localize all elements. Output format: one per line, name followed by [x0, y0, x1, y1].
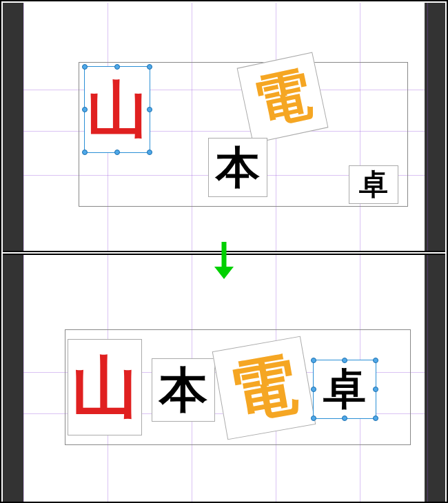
selection-handle[interactable]	[82, 150, 88, 155]
selection-handle[interactable]	[373, 358, 378, 363]
selection-handle[interactable]	[82, 64, 88, 70]
guide-vertical	[427, 3, 428, 251]
selection-handle[interactable]	[311, 387, 316, 392]
before-panel: 山電本卓	[3, 3, 445, 251]
guide-vertical	[23, 255, 24, 503]
guide-vertical	[427, 255, 428, 503]
text-object-hon[interactable]: 本	[152, 358, 215, 422]
selection-handle[interactable]	[342, 358, 347, 363]
selection-handle[interactable]	[373, 415, 378, 421]
glyph-yama: 山	[72, 354, 138, 420]
selection-handle[interactable]	[311, 415, 316, 421]
glyph-hon: 本	[159, 366, 207, 414]
after-panel: 山本電卓	[3, 255, 445, 503]
selection-handle[interactable]	[373, 387, 378, 392]
ruler-left	[3, 255, 23, 503]
glyph-den: 電	[249, 64, 316, 131]
glyph-hon: 本	[216, 145, 260, 189]
selection-handle[interactable]	[82, 107, 88, 112]
text-object-taku[interactable]: 卓	[349, 165, 398, 204]
glyph-yama: 山	[87, 79, 147, 140]
text-object-yama[interactable]: 山	[68, 339, 142, 435]
canvas-after[interactable]: 山本電卓	[23, 255, 425, 503]
text-object-den[interactable]: 電	[212, 336, 316, 440]
text-object-den[interactable]: 電	[237, 52, 329, 144]
ruler-left	[3, 3, 23, 251]
canvas-before[interactable]: 山電本卓	[23, 3, 425, 251]
glyph-taku: 卓	[323, 368, 366, 411]
selection-handle[interactable]	[147, 107, 152, 112]
selection-handle[interactable]	[114, 150, 120, 155]
selection-handle[interactable]	[147, 150, 152, 155]
text-object-yama[interactable]: 山	[84, 66, 150, 153]
guide-vertical	[23, 3, 24, 251]
text-object-taku[interactable]: 卓	[313, 360, 376, 419]
glyph-taku: 卓	[359, 170, 388, 199]
selection-handle[interactable]	[114, 64, 120, 70]
text-object-hon[interactable]: 本	[208, 138, 267, 197]
selection-handle[interactable]	[147, 64, 152, 70]
selection-handle[interactable]	[311, 358, 316, 363]
glyph-den: 電	[225, 349, 302, 426]
selection-handle[interactable]	[342, 415, 347, 421]
